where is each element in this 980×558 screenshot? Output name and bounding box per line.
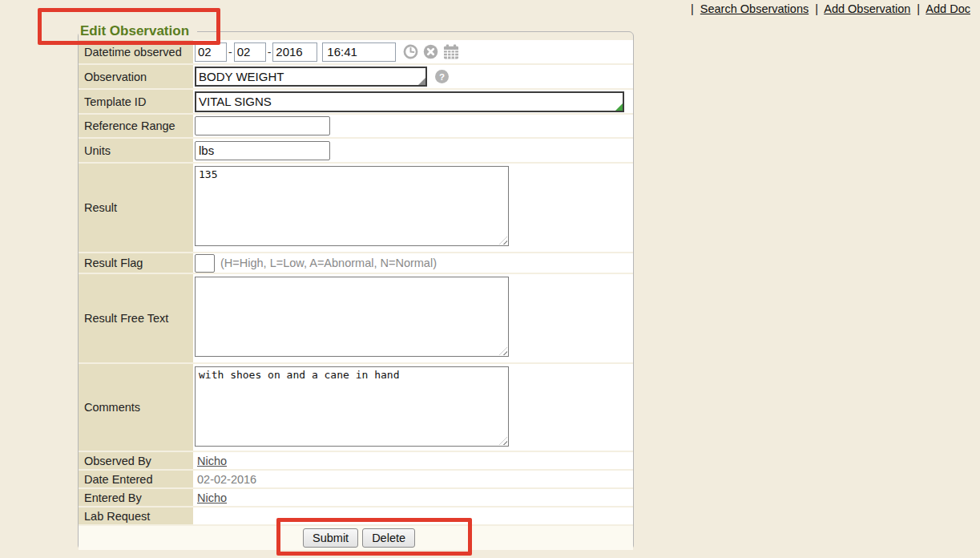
row-observation: Observation ? (79, 65, 633, 90)
nav-separator: | (815, 2, 818, 15)
units-label: Units (79, 139, 193, 162)
submit-button[interactable]: Submit (303, 528, 358, 548)
template-id-resize-handle[interactable] (615, 103, 623, 111)
result-flag-input[interactable] (195, 254, 215, 273)
top-nav: | Search Observations | Add Observation … (688, 2, 970, 15)
row-units: Units (79, 139, 633, 164)
comments-textarea[interactable]: with shoes on and a cane in hand (195, 366, 509, 447)
observed-by-link[interactable]: Nicho (197, 455, 227, 467)
date-entered-value: 02-02-2016 (197, 473, 256, 486)
units-input[interactable] (195, 141, 330, 160)
entered-by-link[interactable]: Nicho (197, 491, 227, 504)
observation-resize-handle[interactable] (418, 78, 425, 85)
row-result-flag: Result Flag (H=High, L=Low, A=Abnormal, … (79, 253, 633, 274)
help-icon[interactable]: ? (435, 70, 449, 83)
date-entered-label: Date Entered (79, 471, 193, 487)
datetime-time-input[interactable] (322, 42, 396, 62)
entered-by-label: Entered By (79, 489, 193, 506)
date-separator: - (228, 46, 232, 59)
edit-observation-panel: Edit Observation Datetime observed - - (78, 31, 634, 550)
datetime-observed-label: Datetime observed (79, 40, 193, 63)
reference-range-label: Reference Range (79, 115, 193, 137)
datetime-year-input[interactable] (272, 42, 317, 62)
row-result: Result 135 (79, 164, 633, 253)
observed-by-label: Observed By (79, 452, 193, 469)
template-id-label: Template ID (79, 90, 193, 113)
row-template-id: Template ID (79, 90, 633, 115)
reference-range-input[interactable] (195, 116, 330, 135)
row-entered-by: Entered By Nicho (79, 489, 633, 507)
nav-separator: | (917, 2, 920, 15)
observation-input[interactable] (195, 67, 427, 87)
calendar-icon[interactable] (443, 44, 459, 59)
row-result-free-text: Result Free Text (79, 274, 633, 364)
clock-icon[interactable] (403, 44, 418, 59)
row-date-entered: Date Entered 02-02-2016 (79, 471, 633, 489)
row-observed-by: Observed By Nicho (79, 452, 633, 471)
nav-link-add-document[interactable]: Add Doc (926, 2, 970, 15)
svg-text:?: ? (439, 72, 445, 82)
row-lab-request: Lab Request (79, 507, 633, 526)
comments-label: Comments (79, 364, 193, 451)
result-flag-hint: (H=High, L=Low, A=Abnormal, N=Normal) (220, 257, 437, 269)
date-separator: - (268, 46, 272, 59)
result-free-text-textarea[interactable] (195, 277, 509, 357)
nav-link-search-observations[interactable]: Search Observations (700, 2, 809, 15)
row-datetime-observed: Datetime observed - - (79, 40, 633, 65)
result-flag-label: Result Flag (79, 253, 193, 273)
row-reference-range: Reference Range (79, 115, 633, 139)
delete-button[interactable]: Delete (362, 528, 415, 548)
page-title: Edit Observation (79, 22, 197, 41)
row-comments: Comments with shoes on and a cane in han… (79, 364, 633, 452)
template-id-input[interactable] (195, 91, 624, 112)
nav-separator: | (691, 2, 694, 15)
lab-request-label: Lab Request (79, 507, 193, 524)
datetime-day-input[interactable] (234, 42, 266, 62)
observation-label: Observation (79, 65, 193, 88)
nav-link-add-observation[interactable]: Add Observation (824, 2, 910, 15)
form-rows: Datetime observed - - (79, 40, 633, 550)
form-footer: Submit Delete (79, 526, 633, 550)
result-free-text-label: Result Free Text (79, 274, 193, 362)
clear-datetime-icon[interactable] (423, 44, 438, 59)
result-textarea[interactable]: 135 (195, 166, 509, 246)
datetime-month-input[interactable] (195, 42, 227, 62)
result-label: Result (79, 164, 193, 252)
